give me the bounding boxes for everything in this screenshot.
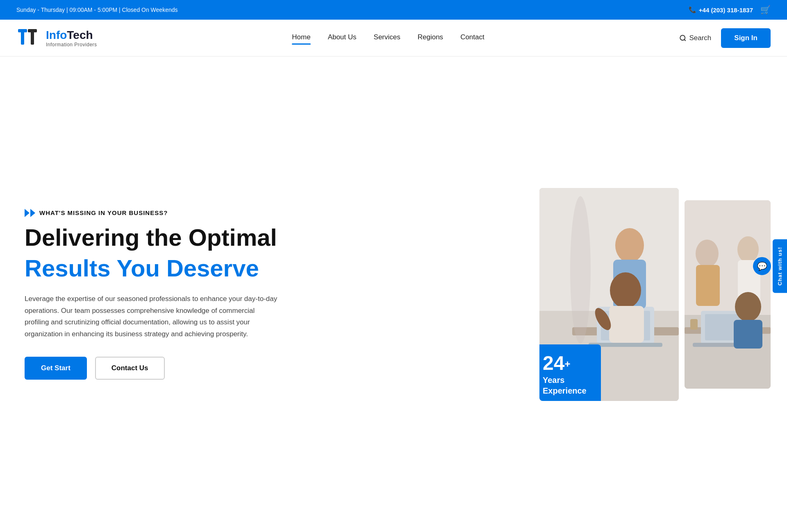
phone-number[interactable]: 📞 +44 (203) 318-1837 — [689, 6, 753, 14]
svg-rect-32 — [690, 319, 698, 330]
hero-tag: WHAT'S MISSING IN YOUR BUSINESS? — [25, 209, 279, 217]
contact-us-button[interactable]: Contact Us — [95, 357, 165, 380]
phone-icon: 📞 — [689, 6, 696, 14]
top-bar-schedule: Sunday - Thursday | 09:00AM - 5:00PM | C… — [16, 7, 178, 13]
svg-point-15 — [610, 272, 641, 308]
nav-home[interactable]: Home — [292, 33, 310, 43]
svg-rect-27 — [696, 265, 720, 306]
svg-rect-16 — [609, 306, 644, 343]
hero-description: Leverage the expertise of our seasoned p… — [25, 293, 279, 341]
chat-tab[interactable]: Chat with us! — [773, 239, 787, 293]
navbar: InfoTech Information Providers Home Abou… — [0, 20, 787, 57]
nav-regions[interactable]: Regions — [418, 33, 443, 43]
svg-point-19 — [570, 196, 591, 344]
nav-right: Search Sign In — [679, 28, 771, 48]
nav-about[interactable]: About Us — [328, 33, 357, 43]
logo[interactable]: InfoTech Information Providers — [16, 26, 97, 50]
hero-title-black: Delivering the Optimal — [25, 224, 279, 251]
logo-text: InfoTech Information Providers — [46, 29, 97, 48]
phone-text: +44 (203) 318-1837 — [699, 7, 753, 14]
search-icon — [679, 34, 687, 42]
hero-section: WHAT'S MISSING IN YOUR BUSINESS? Deliver… — [0, 57, 787, 532]
hero-buttons: Get Start Contact Us — [25, 357, 279, 380]
hero-image-main: 24+ Years Experience — [539, 188, 679, 401]
svg-rect-4 — [31, 29, 34, 45]
svg-rect-31 — [734, 320, 762, 349]
svg-point-30 — [735, 292, 761, 321]
logo-icon — [16, 26, 41, 50]
chat-widget[interactable]: 💬 Chat with us! — [753, 239, 787, 293]
chat-bubble[interactable]: 💬 — [753, 257, 771, 275]
svg-line-6 — [685, 39, 686, 41]
experience-label: Years Experience — [543, 375, 589, 396]
hero-content: WHAT'S MISSING IN YOUR BUSINESS? Deliver… — [25, 209, 279, 380]
hero-image-secondary — [685, 200, 771, 389]
hero-scene-secondary — [685, 200, 771, 389]
experience-badge: 24+ Years Experience — [539, 344, 601, 401]
svg-point-26 — [696, 240, 719, 267]
svg-point-13 — [615, 228, 644, 263]
top-bar-contact: 📞 +44 (203) 318-1837 🛒 — [689, 5, 771, 15]
search-label: Search — [689, 34, 711, 42]
svg-point-5 — [680, 35, 685, 40]
signin-button[interactable]: Sign In — [721, 28, 771, 48]
logo-sub: Information Providers — [46, 42, 97, 48]
nav-services[interactable]: Services — [374, 33, 400, 43]
hero-title-blue: Results You Deserve — [25, 255, 279, 282]
chat-icon: 💬 — [757, 261, 767, 271]
hero-images: 24+ Years Experience — [539, 188, 771, 401]
hero-tag-text: WHAT'S MISSING IN YOUR BUSINESS? — [39, 209, 168, 216]
top-bar: Sunday - Thursday | 09:00AM - 5:00PM | C… — [0, 0, 787, 20]
cart-icon[interactable]: 🛒 — [760, 5, 771, 15]
logo-brand: InfoTech — [46, 29, 97, 42]
chevrons-icon — [25, 209, 35, 217]
search-button[interactable]: Search — [679, 34, 711, 42]
get-start-button[interactable]: Get Start — [25, 357, 87, 380]
experience-number: 24+ — [543, 353, 589, 373]
nav-links: Home About Us Services Regions Contact — [292, 33, 484, 43]
schedule-text: Sunday - Thursday | 09:00AM - 5:00PM | C… — [16, 7, 178, 13]
nav-contact[interactable]: Contact — [460, 33, 484, 43]
svg-rect-2 — [21, 29, 24, 45]
